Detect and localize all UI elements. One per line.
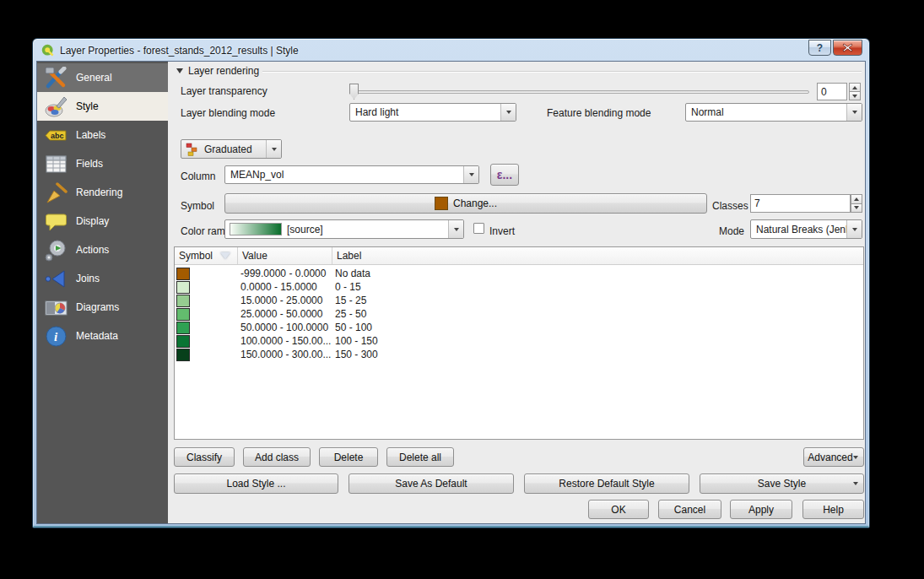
transparency-spinbox[interactable]: 0 xyxy=(817,83,861,100)
sidebar-item-diagrams[interactable]: Diagrams xyxy=(37,293,168,322)
class-row[interactable]: 15.0000 - 25.0000 15 - 25 xyxy=(175,294,863,307)
column-combo[interactable]: MEANp_vol xyxy=(224,165,479,184)
combo-arrow[interactable] xyxy=(448,220,463,238)
column-value: MEANp_vol xyxy=(225,169,463,181)
classes-table[interactable]: Symbol Value Label -999.0000 - 0.0000 No… xyxy=(174,246,864,440)
spin-down-button[interactable] xyxy=(849,92,861,100)
dropdown-arrow-icon xyxy=(853,456,858,459)
invert-label: Invert xyxy=(489,225,515,237)
titlebar[interactable]: Layer Properties - forest_stands_2012_re… xyxy=(33,39,869,62)
class-value: 100.0000 - 150.00... xyxy=(238,335,332,347)
combo-arrow[interactable] xyxy=(846,104,862,121)
load-style-button[interactable]: Load Style ... xyxy=(174,473,338,494)
class-label[interactable]: No data xyxy=(332,268,863,279)
add-class-button[interactable]: Add class xyxy=(243,447,311,467)
slider-handle[interactable] xyxy=(349,84,359,100)
feature-blending-combo[interactable]: Normal xyxy=(685,103,862,122)
cancel-button[interactable]: Cancel xyxy=(658,500,721,519)
sidebar: General Style abc Labels Fields Renderin… xyxy=(37,62,168,523)
close-icon xyxy=(842,43,853,52)
layer-rendering-label: Layer rendering xyxy=(188,65,259,77)
advanced-button[interactable]: Advanced xyxy=(803,447,864,467)
epsilon-icon: ε... xyxy=(497,168,512,181)
svg-text:abc: abc xyxy=(51,132,64,140)
class-row[interactable]: -999.0000 - 0.0000 No data xyxy=(175,267,863,280)
sidebar-item-general[interactable]: General xyxy=(37,63,168,92)
classes-label: Classes xyxy=(712,200,748,212)
class-row[interactable]: 50.0000 - 100.0000 50 - 100 xyxy=(175,321,863,334)
symbol-color-swatch xyxy=(435,197,448,210)
classes-table-header: Symbol Value Label xyxy=(175,247,863,265)
help-button[interactable]: Help xyxy=(802,500,864,519)
sidebar-item-fields[interactable]: Fields xyxy=(37,149,168,178)
class-value: 25.0000 - 50.0000 xyxy=(238,308,332,320)
help-glyph: ? xyxy=(817,42,823,54)
info-icon: i xyxy=(45,325,68,348)
class-row[interactable]: 0.0000 - 15.0000 0 - 15 xyxy=(175,280,863,294)
combo-arrow[interactable] xyxy=(500,104,516,121)
class-color-swatch[interactable] xyxy=(176,281,190,294)
class-color-swatch[interactable] xyxy=(176,268,190,280)
class-label[interactable]: 150 - 300 xyxy=(332,349,863,360)
combo-arrow[interactable] xyxy=(266,140,281,158)
transparency-value[interactable]: 0 xyxy=(817,83,847,100)
classes-spinbox[interactable]: 7 xyxy=(750,194,862,213)
sidebar-item-display[interactable]: Display xyxy=(37,207,168,235)
class-label[interactable]: 0 - 15 xyxy=(332,281,863,293)
class-label[interactable]: 15 - 25 xyxy=(332,295,863,306)
class-color-swatch[interactable] xyxy=(176,308,190,321)
class-label[interactable]: 25 - 50 xyxy=(332,308,863,320)
sidebar-item-style[interactable]: Style xyxy=(37,92,168,121)
column-header-symbol[interactable]: Symbol xyxy=(175,247,238,264)
spin-down-button[interactable] xyxy=(851,204,862,214)
class-color-swatch[interactable] xyxy=(176,295,190,307)
restore-default-style-button[interactable]: Restore Default Style xyxy=(524,473,689,494)
combo-arrow[interactable] xyxy=(846,220,862,238)
invert-checkbox[interactable] xyxy=(473,223,484,234)
mode-label: Mode xyxy=(719,225,744,237)
class-color-swatch[interactable] xyxy=(176,335,190,348)
ok-button[interactable]: OK xyxy=(588,500,649,519)
save-style-button[interactable]: Save Style xyxy=(700,473,864,494)
classify-button[interactable]: Classify xyxy=(174,447,235,467)
delete-all-button[interactable]: Delete all xyxy=(386,447,454,467)
color-ramp-combo[interactable]: [source] xyxy=(224,219,464,239)
color-ramp-preview xyxy=(230,223,282,235)
broom-icon xyxy=(45,181,68,204)
class-label[interactable]: 50 - 100 xyxy=(332,322,863,333)
sidebar-item-labels[interactable]: abc Labels xyxy=(37,121,168,149)
layer-rendering-header[interactable]: Layer rendering xyxy=(176,65,259,77)
class-color-swatch[interactable] xyxy=(176,322,190,334)
class-row[interactable]: 100.0000 - 150.00... 100 - 150 xyxy=(175,334,863,348)
sidebar-item-metadata[interactable]: i Metadata xyxy=(37,322,168,350)
mode-combo[interactable]: Natural Breaks (Jenks) xyxy=(750,219,862,239)
save-as-default-button[interactable]: Save As Default xyxy=(349,473,514,494)
classes-value[interactable]: 7 xyxy=(750,194,851,213)
combo-arrow[interactable] xyxy=(463,166,478,183)
column-header-label[interactable]: Label xyxy=(332,247,863,264)
sidebar-item-actions[interactable]: Actions xyxy=(37,235,168,264)
class-label[interactable]: 100 - 150 xyxy=(332,335,863,347)
sidebar-item-rendering[interactable]: Rendering xyxy=(37,178,168,207)
class-row[interactable]: 150.0000 - 300.00... 150 - 300 xyxy=(175,348,863,361)
class-row[interactable]: 25.0000 - 50.0000 25 - 50 xyxy=(175,307,863,321)
delete-button[interactable]: Delete xyxy=(319,447,378,467)
column-header-value[interactable]: Value xyxy=(238,247,332,264)
close-button[interactable] xyxy=(833,40,862,56)
sidebar-item-joins[interactable]: Joins xyxy=(37,264,168,293)
class-color-swatch[interactable] xyxy=(176,349,190,361)
layer-blending-combo[interactable]: Hard light xyxy=(349,103,516,122)
dropdown-arrow-icon xyxy=(852,228,857,231)
expression-button[interactable]: ε... xyxy=(490,164,519,186)
feature-blending-label: Feature blending mode xyxy=(547,107,651,119)
symbol-change-button[interactable]: Change... xyxy=(224,193,707,214)
renderer-combo[interactable]: Graduated xyxy=(181,139,282,159)
class-value: 15.0000 - 25.0000 xyxy=(238,295,332,306)
symbol-label: Symbol xyxy=(181,200,214,212)
apply-button[interactable]: Apply xyxy=(730,500,792,519)
transparency-slider[interactable] xyxy=(349,84,809,100)
spin-up-button[interactable] xyxy=(851,194,862,204)
help-titlebar-button[interactable]: ? xyxy=(808,40,831,56)
layer-blending-label: Layer blending mode xyxy=(181,107,275,119)
spin-up-button[interactable] xyxy=(849,83,861,92)
